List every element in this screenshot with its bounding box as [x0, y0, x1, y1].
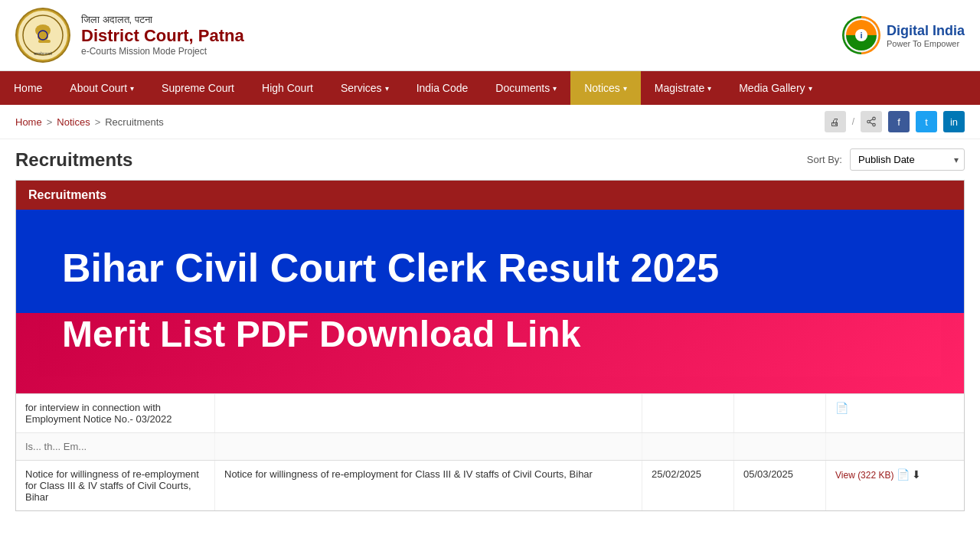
row-full-desc — [215, 394, 642, 432]
table-row: Notice for willingness of re-employment … — [16, 460, 964, 510]
row-full-desc: Notice for willingness of re-employment … — [215, 461, 642, 510]
sort-label: Sort By: — [807, 154, 842, 165]
row-link: View (322 KB) 📄 ⬇ — [826, 461, 964, 510]
emblem-icon: सत्यमेव जयते — [15, 8, 70, 63]
row-full-desc — [215, 433, 642, 460]
svg-text:i: i — [860, 31, 862, 40]
page-header: Recruitments Sort By: Publish Date Title… — [0, 139, 980, 180]
row-to-date — [734, 394, 826, 432]
row-link — [826, 433, 964, 460]
banner: Bihar Civil Court Clerk Result 2025 Meri… — [16, 210, 964, 393]
svg-point-11 — [867, 120, 871, 123]
svg-point-12 — [873, 123, 876, 126]
nav-documents[interactable]: Documents ▾ — [482, 71, 570, 105]
pdf-icon: 📄 — [835, 402, 848, 414]
site-header: सत्यमेव जयते जिला अदालत, पटना District C… — [0, 0, 980, 71]
nav-media-gallery[interactable]: Media Gallery ▾ — [725, 71, 825, 105]
breadcrumb-current: Recruitments — [105, 116, 164, 128]
sort-wrapper: Publish Date Title Date — [850, 148, 965, 171]
header-right: i Digital India Power To Empower — [842, 16, 965, 54]
breadcrumb-sep-1: > — [47, 116, 53, 128]
row-from-date — [642, 394, 734, 432]
share-separator: / — [852, 116, 854, 127]
header-title: District Court, Patna — [81, 26, 244, 46]
nav-services[interactable]: Services ▾ — [327, 71, 403, 105]
row-link: 📄 — [826, 394, 964, 432]
nav-magistrate[interactable]: Magistrate ▾ — [641, 71, 725, 105]
twitter-icon[interactable]: t — [916, 111, 937, 132]
share-icons: 🖨 / f t in — [825, 111, 965, 132]
banner-subtitle: Merit List PDF Download Link — [39, 313, 941, 377]
section-header: Recruitments — [16, 181, 964, 210]
svg-line-13 — [870, 122, 873, 124]
digital-india-icon: i — [842, 16, 880, 54]
svg-point-10 — [873, 117, 876, 120]
table-row: Is... th... Em... — [16, 432, 964, 460]
view-link-text: View (322 KB) — [835, 470, 893, 481]
row-short-desc: Is... th... Em... — [16, 433, 215, 460]
facebook-icon[interactable]: f — [888, 111, 910, 132]
page-title: Recruitments — [15, 149, 132, 171]
chevron-down-icon: ▾ — [808, 84, 812, 93]
digital-india-logo: i Digital India Power To Empower — [842, 16, 965, 54]
row-from-date: 25/02/2025 — [642, 461, 734, 510]
svg-line-14 — [870, 119, 873, 121]
download-icon[interactable]: ⬇ — [912, 468, 921, 481]
share-icon[interactable] — [861, 111, 882, 132]
nav-supreme-court[interactable]: Supreme Court — [148, 71, 248, 105]
header-hindi: जिला अदालत, पटना — [81, 14, 244, 26]
row-to-date: 05/03/2025 — [734, 461, 826, 510]
nav-about-court[interactable]: About Court ▾ — [56, 71, 148, 105]
sort-bar: Sort By: Publish Date Title Date — [807, 148, 965, 171]
row-to-date — [734, 433, 826, 460]
nav-india-code[interactable]: India Code — [403, 71, 482, 105]
row-from-date — [642, 433, 734, 460]
main-nav: Home About Court ▾ Supreme Court High Co… — [0, 71, 980, 105]
header-subtitle: e-Courts Mission Mode Project — [81, 46, 244, 57]
digital-india-name: Digital India — [887, 23, 965, 39]
nav-high-court[interactable]: High Court — [248, 71, 327, 105]
nav-home[interactable]: Home — [0, 71, 56, 105]
header-left: सत्यमेव जयते जिला अदालत, पटना District C… — [15, 8, 244, 63]
breadcrumb-sep-2: > — [95, 116, 101, 128]
table-row: for interview in connection with Employm… — [16, 393, 964, 432]
view-link[interactable]: View (322 KB) — [835, 470, 897, 481]
sort-select[interactable]: Publish Date Title Date — [850, 148, 965, 171]
breadcrumb-notices[interactable]: Notices — [57, 116, 90, 128]
recruitments-section: Recruitments Bihar Civil Court Clerk Res… — [15, 180, 965, 511]
print-icon[interactable]: 🖨 — [825, 111, 846, 132]
chevron-down-icon: ▾ — [130, 84, 134, 93]
digital-india-tagline: Power To Empower — [887, 39, 965, 48]
chevron-down-icon: ▾ — [623, 84, 627, 93]
breadcrumb-home[interactable]: Home — [15, 116, 42, 128]
breadcrumb-bar: Home > Notices > Recruitments 🖨 / f t in — [0, 105, 980, 139]
chevron-down-icon: ▾ — [385, 84, 389, 93]
row-short-desc: for interview in connection with Employm… — [16, 394, 215, 432]
header-text: जिला अदालत, पटना District Court, Patna e… — [81, 14, 244, 57]
breadcrumb: Home > Notices > Recruitments — [15, 116, 164, 128]
nav-notices[interactable]: Notices ▾ — [570, 71, 641, 105]
svg-rect-4 — [38, 40, 51, 43]
row-short-desc: Notice for willingness of re-employment … — [16, 461, 215, 510]
digital-india-text: Digital India Power To Empower — [887, 23, 965, 48]
svg-text:सत्यमेव जयते: सत्यमेव जयते — [33, 51, 52, 56]
pdf-icon: 📄 — [897, 468, 910, 481]
linkedin-icon[interactable]: in — [943, 111, 965, 132]
banner-title: Bihar Civil Court Clerk Result 2025 — [39, 225, 941, 305]
chevron-down-icon: ▾ — [707, 84, 711, 93]
chevron-down-icon: ▾ — [553, 84, 557, 93]
